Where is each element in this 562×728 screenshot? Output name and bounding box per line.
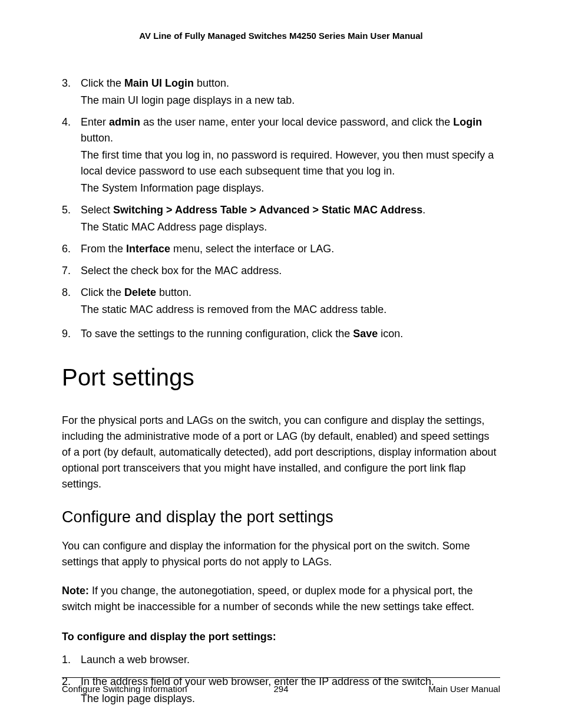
step-text: Select Switching > Address Table > Advan… [81,202,500,218]
page-header-title: AV Line of Fully Managed Switches M4250 … [62,29,500,43]
step-text: Click the Delete button. [81,285,500,301]
step-9: 9. To save the settings to the running c… [62,326,500,342]
step-number: 1. [62,652,81,668]
step-text: The first time that you log in, no passw… [81,147,500,179]
step-text: The static MAC address is removed from t… [81,302,500,318]
step-3: 3. Click the Main UI Login button. The m… [62,75,500,108]
step-number: 3. [62,75,81,91]
step-number: 5. [62,202,81,218]
step-6: 6. From the Interface menu, select the i… [62,241,500,257]
step-text: From the Interface menu, select the inte… [81,241,500,257]
step-5: 5. Select Switching > Address Table > Ad… [62,202,500,235]
footer-page-number: 294 [273,683,288,696]
step-7: 7. Select the check box for the MAC addr… [62,263,500,279]
step-8: 8. Click the Delete button. The static M… [62,285,500,318]
sub-heading-configure-display: Configure and display the port settings [62,505,500,529]
note-body: If you change, the autonegotiation, spee… [62,585,474,612]
step-text: The System Information page displays. [81,180,500,196]
step-number: 4. [62,114,81,130]
page-footer: Configure Switching Information 294 Main… [62,677,500,696]
proc-step-1: 1. Launch a web browser. [62,652,500,668]
note-paragraph: Note: If you change, the autonegotiation… [62,583,500,615]
section-heading-port-settings: Port settings [62,360,500,395]
step-number: 9. [62,326,81,342]
step-number: 6. [62,241,81,257]
section-intro: For the physical ports and LAGs on the s… [62,413,500,492]
step-text: Click the Main UI Login button. [81,75,500,91]
step-text: The main UI login page displays in a new… [81,93,500,108]
step-4: 4. Enter admin as the user name, enter y… [62,114,500,196]
procedure-title: To configure and display the port settin… [62,629,500,645]
sub-intro: You can configure and display the inform… [62,538,500,570]
step-text: Launch a web browser. [81,652,500,668]
note-label: Note: [62,585,89,597]
step-text: To save the settings to the running conf… [81,326,500,342]
step-number: 8. [62,285,81,301]
step-text: Enter admin as the user name, enter your… [81,114,500,146]
step-text: Select the check box for the MAC address… [81,263,500,279]
footer-right: Main User Manual [428,683,500,696]
step-number: 7. [62,263,81,279]
step-text: The Static MAC Address page displays. [81,219,500,235]
footer-left: Configure Switching Information [62,683,187,696]
